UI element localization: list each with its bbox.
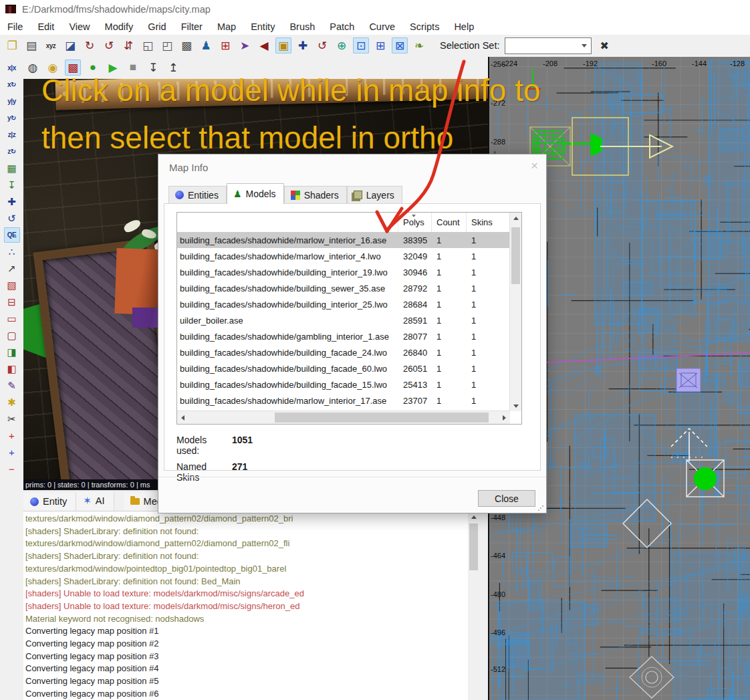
tab-layers[interactable]: Layers (347, 186, 402, 204)
scrollbar-thumb[interactable] (511, 227, 520, 284)
console-scrollbar[interactable] (468, 511, 479, 700)
resize-grip[interactable] (538, 505, 543, 511)
building_facades/shadowhide/building_facade_15.lwo[interactable]: building_facades/shadowhide/building_fac… (177, 376, 510, 392)
flip-z-icon[interactable]: z|z (4, 127, 20, 142)
wire-cube-icon[interactable]: ⊞ (217, 37, 233, 53)
column-header-polys[interactable]: Polys (398, 213, 432, 232)
rotate-x-icon[interactable]: x↻ (4, 77, 20, 92)
tab-shaders[interactable]: Shaders (284, 186, 347, 204)
tab-models[interactable]: ♟ Models (227, 183, 284, 204)
drag-resize-icon[interactable]: ➤ (237, 37, 253, 53)
dialog-close-icon[interactable]: × (531, 158, 538, 173)
menu-item[interactable]: Grid (140, 20, 173, 33)
clone-icon[interactable]: ⊟ (4, 294, 20, 310)
brush-cube-icon[interactable]: ◰ (159, 37, 175, 53)
scroll-left-icon[interactable] (177, 411, 189, 424)
chevron-down-icon[interactable] (582, 44, 587, 47)
edge-mode-icon[interactable]: ↗ (4, 261, 20, 276)
crosshair-icon[interactable]: ⊕ (334, 37, 350, 53)
texture-mode-icon[interactable]: ▩ (65, 60, 81, 76)
scroll-up-icon[interactable] (510, 213, 521, 223)
building_facades/shadowhide/building_facade_24.lwo[interactable]: building_facades/shadowhide/building_fac… (177, 344, 510, 360)
column-header-name[interactable] (177, 213, 398, 232)
column-header-skins[interactable]: Skins (467, 213, 505, 232)
building_facades/shadowhide/building_facade_60.lwo[interactable]: building_facades/shadowhide/building_fac… (177, 360, 510, 376)
tab-entities[interactable]: Entities (168, 186, 227, 204)
flip-x-icon[interactable]: x|x (4, 60, 20, 76)
menu-item[interactable]: Edit (30, 20, 61, 33)
rotate-mode-icon[interactable]: ↺ (4, 211, 20, 226)
curve-remove-icon[interactable]: − (4, 461, 20, 477)
fit-view-icon[interactable]: ⊡ (353, 37, 369, 53)
menu-item[interactable]: Filter (174, 20, 210, 33)
menu-item[interactable]: Map (210, 20, 243, 33)
region-select-icon[interactable]: ⊠ (392, 37, 408, 53)
column-header-count[interactable]: Count (432, 213, 467, 232)
move-texture-icon[interactable]: ✚ (295, 37, 311, 53)
snap-grid-icon[interactable]: ▦ (4, 160, 20, 176)
solid-mode-icon[interactable]: ◉ (45, 60, 61, 76)
tab-ai[interactable]: ✶ AI (76, 491, 114, 511)
brush-textured-icon[interactable]: ▩ (178, 37, 195, 53)
brush-hollow-icon[interactable]: ◱ (140, 37, 156, 53)
translate-mode-icon[interactable]: ✚ (4, 194, 20, 209)
scrollbar-thumb[interactable] (469, 523, 478, 570)
floor-up-icon[interactable]: ↥ (165, 60, 181, 76)
close-button[interactable]: Close (478, 490, 535, 507)
paint-entity-icon[interactable]: ✎ (4, 378, 20, 393)
drop-floor-icon[interactable]: ↧ (4, 177, 20, 193)
curve-star-icon[interactable]: ✱ (4, 394, 20, 410)
save-icon[interactable]: ▤ (23, 37, 39, 53)
play-icon[interactable]: ▶ (105, 60, 121, 76)
reload-defs-icon[interactable]: ⇵ (120, 37, 136, 53)
player-start-icon[interactable]: ♟ (198, 37, 214, 53)
rotate-texture-icon[interactable]: ↺ (314, 37, 330, 53)
menu-item[interactable]: Brush (282, 20, 322, 33)
building_facades/shadowhide/building_interior_25.lwo[interactable]: building_facades/shadowhide/building_int… (177, 296, 510, 312)
ungroup-icon[interactable]: ◧ (4, 361, 20, 376)
select-inside-icon[interactable]: ▢ (4, 328, 20, 343)
foliage-icon[interactable]: ❧ (411, 37, 427, 53)
building_facades/shadowhide/marlow_interior_17.ase[interactable]: building_facades/shadowhide/marlow_inter… (177, 392, 510, 409)
table-vertical-scrollbar[interactable] (509, 213, 521, 411)
curve-append-icon[interactable]: + (4, 445, 20, 460)
menu-item[interactable]: Curve (362, 20, 402, 33)
building_facades/shadowhide/building_sewer_35.ase[interactable]: building_facades/shadowhide/building_sew… (177, 280, 510, 296)
building_facades/shadowhide/building_interior_19.lwo[interactable]: building_facades/shadowhide/building_int… (177, 264, 510, 280)
selection-set-combo[interactable] (505, 37, 592, 54)
building_facades/shadowhide/gambling_interior_1.ase[interactable]: building_facades/shadowhide/gambling_int… (177, 328, 510, 344)
building_facades/shadowhide/marlow_interior_16.ase[interactable]: building_facades/shadowhide/marlow_inter… (177, 232, 510, 248)
select-touching-icon[interactable]: ▭ (4, 311, 20, 326)
speaker-icon[interactable]: ◀ (256, 37, 272, 53)
stop-icon[interactable]: ■ (125, 60, 141, 76)
lit-mode-icon[interactable]: ● (85, 60, 101, 76)
tab-entity[interactable]: Entity (23, 493, 76, 511)
menu-item[interactable]: Patch (322, 20, 362, 33)
background-image-icon[interactable]: ◪ (62, 37, 78, 53)
floor-down-icon[interactable]: ↧ (145, 60, 161, 76)
curve-edit-icon[interactable]: ✂ (4, 411, 20, 427)
flip-y-icon[interactable]: y|y (4, 94, 20, 109)
rotate-y-icon[interactable]: y↻ (4, 110, 20, 126)
group-icon[interactable]: ◨ (4, 344, 20, 360)
qe-tool-icon[interactable]: QE (4, 227, 20, 243)
menu-item[interactable]: Entity (243, 20, 282, 33)
menu-item[interactable]: Modify (98, 20, 141, 33)
xyz-axes-icon[interactable]: xyz (43, 37, 59, 53)
clear-selection-set-icon[interactable]: ✖ (600, 39, 608, 52)
menu-item[interactable]: View (61, 20, 97, 33)
region-view-icon[interactable]: ⊞ (372, 37, 388, 53)
scrollbar-thumb[interactable] (275, 413, 489, 423)
face-mode-icon[interactable]: ▧ (4, 277, 20, 293)
vertex-mode-icon[interactable]: ∴ (4, 244, 20, 259)
reload-shaders-icon[interactable]: ↺ (101, 37, 117, 53)
rotate-z-icon[interactable]: z↻ (4, 144, 20, 159)
menu-item[interactable]: Scripts (402, 20, 447, 33)
table-horizontal-scrollbar[interactable] (177, 411, 510, 424)
scroll-down-icon[interactable] (510, 400, 521, 411)
reload-models-icon[interactable]: ↻ (82, 37, 98, 53)
menu-item[interactable]: Help (447, 20, 481, 33)
curve-insert-icon[interactable]: + (4, 428, 20, 443)
uilder_boiler.ase[interactable]: uilder_boiler.ase 28591 1 1 (177, 312, 510, 328)
wireframe-mode-icon[interactable]: ◍ (25, 60, 41, 76)
